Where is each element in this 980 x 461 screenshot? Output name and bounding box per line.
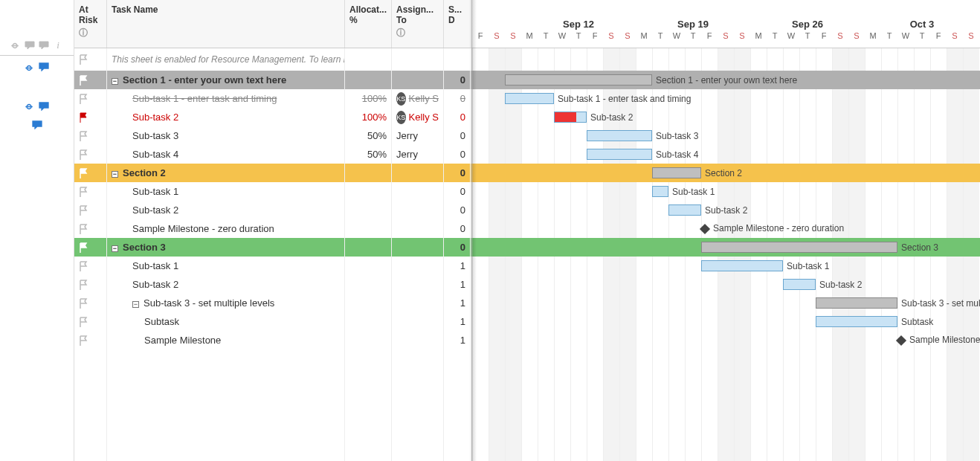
- task-name-text: Sample Milestone: [144, 335, 221, 346]
- gantt-row: Sub-task 2: [472, 108, 980, 126]
- empty-row[interactable]: [74, 405, 471, 424]
- day-header: W: [897, 31, 914, 48]
- gantt-bar[interactable]: Sub-task 1: [701, 260, 783, 271]
- collapse-toggle[interactable]: −: [112, 171, 118, 178]
- bar-label: Subtask: [901, 317, 933, 328]
- bar-label: Sub-task 3 - set multiple levels: [901, 298, 980, 309]
- gantt-bar[interactable]: Sub-task 1: [652, 186, 668, 197]
- start-date-cell: 0: [460, 167, 465, 178]
- comment-icon[interactable]: [39, 62, 50, 73]
- task-row[interactable]: Sub-task 11: [74, 257, 471, 275]
- empty-row[interactable]: [74, 349, 471, 368]
- flag-icon[interactable]: [79, 335, 88, 346]
- flag-icon[interactable]: [79, 205, 88, 216]
- flag-icon[interactable]: [79, 94, 88, 104]
- task-row[interactable]: −Sub-task 3 - set multiple levels1: [74, 294, 471, 312]
- milestone-diamond[interactable]: [700, 224, 710, 234]
- col-header-risk[interactable]: At Riskⓘ: [74, 0, 107, 48]
- comment-icon[interactable]: [39, 100, 50, 112]
- attachment-icon[interactable]: [25, 100, 36, 112]
- flag-icon[interactable]: [79, 224, 88, 234]
- day-header: T: [914, 31, 930, 48]
- task-row[interactable]: Sub-task 21: [74, 275, 471, 294]
- empty-row[interactable]: [74, 442, 471, 461]
- milestone-diamond[interactable]: [896, 335, 906, 346]
- empty-row[interactable]: [74, 424, 471, 442]
- discussion-header-icon: [39, 39, 50, 51]
- panel-divider[interactable]: [472, 0, 477, 461]
- gantt-bar[interactable]: Sub-task 2: [783, 279, 816, 290]
- task-row[interactable]: Sub-task 450%Jerry0: [74, 145, 471, 164]
- gantt-bar[interactable]: Section 1 - enter your own text here: [505, 74, 652, 86]
- attachment-icon[interactable]: [25, 62, 36, 73]
- empty-row[interactable]: [74, 368, 471, 387]
- col-header-start[interactable]: S... D: [444, 0, 471, 48]
- gantt-bar[interactable]: Sub-task 1 - enter task and timing: [505, 93, 554, 104]
- day-header: T: [570, 31, 587, 48]
- flag-icon[interactable]: [79, 75, 88, 86]
- gantt-bar[interactable]: Sub-task 2: [668, 204, 701, 216]
- allocation-value: 100%: [362, 112, 387, 123]
- day-header: S: [505, 31, 521, 48]
- assignee-name: Kelly S: [409, 93, 439, 104]
- day-header: S: [603, 31, 619, 48]
- assignee-name: Kelly S: [409, 112, 439, 123]
- flag-icon[interactable]: [79, 54, 88, 65]
- task-row[interactable]: Sub-task 20: [74, 201, 471, 219]
- bar-label: Sub-task 1: [672, 187, 715, 198]
- task-row[interactable]: Sample Milestone - zero duration0: [74, 219, 471, 238]
- task-row[interactable]: Sample Milestone1: [74, 331, 471, 349]
- empty-row[interactable]: [74, 387, 471, 405]
- gantt-bar[interactable]: Sub-task 4: [587, 149, 652, 160]
- flag-icon[interactable]: [79, 242, 88, 253]
- collapse-toggle[interactable]: −: [132, 301, 139, 308]
- col-header-name[interactable]: Task Name: [107, 0, 345, 48]
- day-header: T: [685, 31, 701, 48]
- flag-icon[interactable]: [79, 261, 88, 271]
- flag-icon[interactable]: [79, 112, 88, 123]
- comment-icon[interactable]: [31, 119, 42, 130]
- flag-icon[interactable]: [79, 131, 88, 141]
- gantt-row: Sub-task 4: [472, 145, 980, 164]
- start-date-cell: 0: [460, 186, 465, 197]
- section-row[interactable]: −Section 20: [74, 164, 471, 182]
- col-header-assigned[interactable]: Assign... Toⓘ: [392, 0, 444, 48]
- day-header: T: [767, 31, 783, 48]
- col-header-allocation[interactable]: Allocat... %: [345, 0, 392, 48]
- collapse-toggle[interactable]: −: [112, 245, 118, 252]
- gantt-row: Sample Milestone: [472, 331, 980, 349]
- flag-icon[interactable]: [79, 149, 88, 160]
- rail-row: [0, 97, 74, 115]
- day-header: T: [799, 31, 816, 48]
- gantt-bar[interactable]: Sub-task 3: [587, 130, 652, 141]
- week-header: Sep 26: [750, 0, 865, 31]
- task-row[interactable]: Subtask1: [74, 312, 471, 331]
- day-header: S: [832, 31, 848, 48]
- gantt-bar[interactable]: Sub-task 2: [554, 112, 587, 123]
- flag-icon[interactable]: [79, 187, 88, 197]
- hint-text: This sheet is enabled for Resource Manag…: [112, 54, 345, 65]
- section-row[interactable]: −Section 1 - enter your own text here0: [74, 71, 471, 89]
- start-date-cell: 0: [460, 204, 465, 216]
- task-row[interactable]: Sub-task 2100%KSKelly S0: [74, 108, 471, 126]
- gantt-row: Section 3: [472, 238, 980, 257]
- section-row[interactable]: −Section 30: [74, 238, 471, 257]
- flag-icon[interactable]: [79, 298, 88, 309]
- info-header-icon: i: [53, 39, 64, 51]
- flag-icon[interactable]: [79, 168, 88, 178]
- rail-row: [0, 115, 74, 134]
- collapse-toggle[interactable]: −: [112, 78, 118, 85]
- gantt-row: Section 2: [472, 164, 980, 182]
- gantt-bar[interactable]: Section 3: [701, 242, 897, 253]
- task-row[interactable]: Sub-task 10: [74, 182, 471, 201]
- week-header: Sep 19: [636, 0, 750, 31]
- gantt-bar[interactable]: Section 2: [652, 167, 701, 178]
- bar-label: Sub-task 4: [656, 149, 698, 161]
- flag-icon[interactable]: [79, 317, 88, 327]
- task-row[interactable]: Sub-task 1 - enter task and timing100%KS…: [74, 89, 471, 108]
- assignee-name: Jerry: [396, 130, 418, 141]
- flag-icon[interactable]: [79, 280, 88, 290]
- gantt-bar[interactable]: Sub-task 3 - set multiple levels: [816, 297, 897, 309]
- gantt-bar[interactable]: Subtask: [816, 316, 897, 327]
- task-row[interactable]: Sub-task 350%Jerry0: [74, 126, 471, 145]
